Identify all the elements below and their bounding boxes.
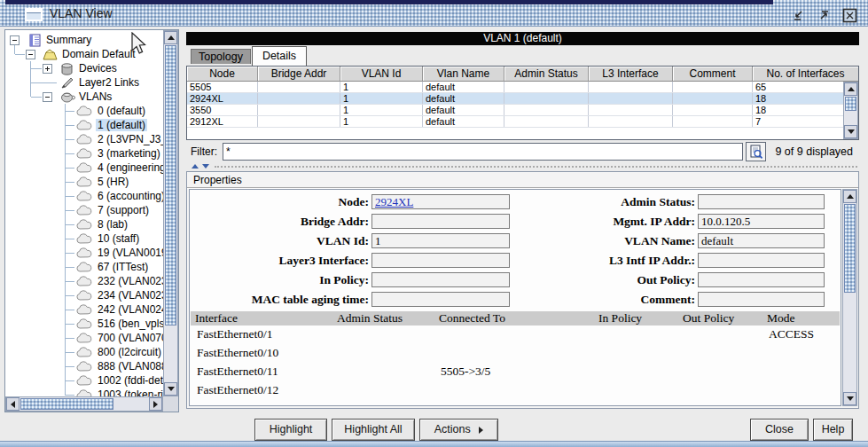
tree-item-vlan[interactable]: 516 (ben_vpls (6, 317, 163, 331)
maximize-button[interactable] (816, 7, 832, 23)
vlan-table-column-header[interactable]: Comment (673, 67, 753, 82)
splitter-grip[interactable] (215, 166, 857, 168)
filter-input[interactable] (223, 143, 743, 161)
property-field[interactable]: 1 (371, 233, 510, 248)
tree-item-vlan[interactable]: 1003 (token-ri (6, 388, 163, 396)
property-field[interactable] (371, 214, 510, 229)
scrollbar-thumb[interactable] (165, 45, 176, 325)
property-field[interactable] (371, 292, 510, 307)
scrollbar-thumb[interactable] (20, 398, 113, 410)
vlan-table-vertical-scrollbar[interactable] (843, 82, 858, 139)
tree-item-layer2-links[interactable]: Layer2 Links (6, 75, 163, 90)
interface-column-header[interactable]: In Policy (594, 311, 678, 325)
split-pane-divider[interactable] (186, 163, 859, 170)
collapse-expander-icon[interactable] (43, 92, 52, 102)
interface-row[interactable]: FastEthernet0/10 (191, 344, 840, 363)
close-button[interactable] (841, 7, 857, 23)
tree-item-vlan[interactable]: 10 (staff) (6, 231, 163, 246)
tree-item-vlan[interactable]: 0 (default) (6, 104, 163, 118)
vlan-table-column-header[interactable]: No. of Interfaces (753, 67, 858, 82)
tree-item-vlan[interactable]: 7 (support) (6, 203, 163, 217)
interface-row[interactable]: FastEthernet0/11 5505->3/5 (191, 363, 840, 381)
close-dialog-button[interactable]: Close (750, 419, 809, 441)
tree-item-domain-default[interactable]: Domain Default (6, 47, 163, 61)
tree-item-vlan[interactable]: 700 (VLAN070 (6, 331, 163, 345)
property-value[interactable]: 10.0.120.5 (699, 215, 824, 228)
property-field[interactable]: default (698, 233, 825, 248)
tree-item-vlan[interactable]: 6 (accounting) (6, 189, 163, 203)
scroll-up-icon[interactable] (843, 190, 856, 203)
scroll-up-icon[interactable] (164, 31, 177, 44)
vlan-table-row[interactable]: 2924XL 1 default 18 (187, 93, 858, 105)
properties-vertical-scrollbar[interactable] (842, 189, 857, 406)
property-value[interactable]: default (699, 234, 824, 247)
vlan-table-row[interactable]: 2912XL 1 default 7 (187, 116, 858, 128)
scroll-down-icon[interactable] (843, 392, 856, 405)
property-value[interactable]: 1 (372, 234, 509, 247)
help-button[interactable]: Help (813, 419, 853, 441)
tree-item-vlan[interactable]: 2 (L3VPN_J3_ (6, 132, 163, 146)
tree-vertical-scrollbar[interactable] (163, 30, 178, 396)
vlan-table-row[interactable]: 3550 1 default 18 (187, 105, 858, 116)
scroll-left-icon[interactable] (6, 397, 20, 411)
tree-item-summary[interactable]: Summary (6, 33, 163, 47)
splitter-collapse-down-icon[interactable] (202, 164, 209, 169)
interface-column-header[interactable]: Out Policy (678, 311, 762, 325)
tree-item-vlan[interactable]: 1002 (fddi-det (6, 373, 163, 388)
tree-item-vlan[interactable]: 67 (ITTest) (6, 260, 163, 274)
vlan-table-column-header[interactable]: Admin Status (504, 67, 589, 82)
tree-item-vlan[interactable]: 5 (HR) (6, 175, 163, 189)
interface-column-header[interactable]: Mode (762, 311, 840, 325)
tab-topology[interactable]: Topology (191, 49, 251, 64)
highlight-button[interactable]: Highlight (254, 419, 327, 441)
tree-item-vlan[interactable]: 800 (l2circuit) (6, 345, 163, 359)
interface-column-header[interactable]: Connected To (434, 311, 594, 325)
splitter-collapse-up-icon[interactable] (192, 164, 199, 169)
highlight-all-button[interactable]: Highlight All (332, 419, 415, 441)
collapse-expander-icon[interactable] (10, 35, 20, 45)
vlan-table-column-header[interactable]: L3 Interface (589, 67, 673, 82)
tree-item-vlan[interactable]: 234 (VLAN023 (6, 288, 163, 302)
scroll-down-icon[interactable] (844, 125, 857, 138)
vlan-table-column-header[interactable]: Vlan Name (423, 67, 504, 82)
scroll-up-icon[interactable] (844, 82, 857, 96)
filter-search-button[interactable] (746, 142, 766, 161)
vlan-table-column-header[interactable]: VLAN Id (340, 67, 423, 82)
scroll-right-icon[interactable] (149, 397, 162, 411)
scrollbar-thumb[interactable] (845, 97, 856, 111)
interface-row[interactable]: FastEthernet0/12 (191, 381, 840, 400)
actions-menu-button[interactable]: Actions (419, 419, 498, 441)
interface-column-header[interactable]: Interface (191, 311, 332, 325)
collapse-expander-icon[interactable] (26, 50, 35, 59)
scroll-down-icon[interactable] (164, 382, 177, 396)
vlan-table-column-header[interactable]: Bridge Addr (258, 67, 340, 82)
tree-item-vlan[interactable]: 8 (lab) (6, 217, 163, 231)
tree-item-vlan[interactable]: 888 (VLAN088 (6, 359, 163, 373)
property-field[interactable]: 10.0.120.5 (698, 214, 825, 229)
property-field[interactable] (371, 272, 510, 287)
tree-item-vlan[interactable]: 1 (default) (6, 118, 163, 132)
tab-details[interactable]: Details (252, 46, 307, 66)
vlan-table-column-header[interactable]: Node (187, 67, 258, 82)
expand-expander-icon[interactable] (43, 64, 52, 74)
tree-horizontal-scrollbar[interactable] (5, 396, 163, 412)
tree-item-vlan[interactable]: 232 (VLAN023 (6, 274, 163, 288)
property-field[interactable]: 2924XL (371, 194, 510, 209)
property-field[interactable] (698, 292, 825, 307)
property-field[interactable] (698, 272, 825, 287)
vlan-table-row[interactable]: 5505 1 default 65 (187, 82, 858, 93)
tree-item-devices[interactable]: Devices (6, 61, 163, 75)
interface-row[interactable]: FastEthernet0/1 ACCESS (191, 325, 840, 344)
tree-item-vlans[interactable]: VLANs (6, 90, 163, 104)
property-value[interactable]: 2924XL (372, 195, 509, 208)
property-field[interactable] (371, 253, 510, 268)
tree-item-vlan[interactable]: 4 (engineering (6, 161, 163, 175)
scrollbar-thumb[interactable] (844, 204, 856, 293)
property-field[interactable] (698, 253, 825, 268)
tree-item-vlan[interactable]: 19 (VLAN0019 (6, 246, 163, 260)
tree-item-vlan[interactable]: 3 (marketing) (6, 146, 163, 161)
tree-item-vlan[interactable]: 242 (VLAN024 (6, 302, 163, 317)
interface-column-header[interactable]: Admin Status (332, 311, 434, 325)
property-field[interactable] (698, 194, 825, 209)
minimize-button[interactable] (790, 7, 806, 23)
